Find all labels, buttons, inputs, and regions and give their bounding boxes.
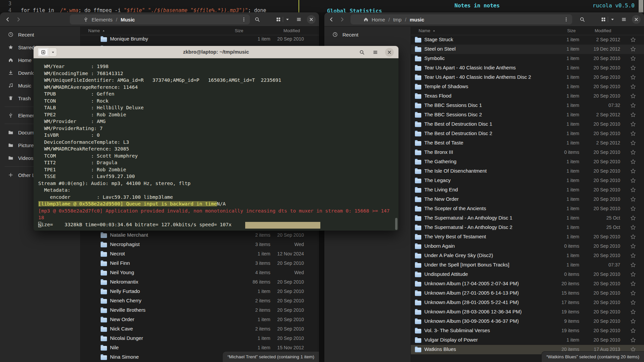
tui-scrollbar[interactable] [639,0,643,12]
star-icon[interactable] [630,37,636,43]
path-bar[interactable]: Home / tmp / music [351,14,572,24]
star-icon[interactable] [630,318,636,324]
table-row[interactable]: Necrot1 item12 Nov 2024 [80,249,319,259]
table-row[interactable]: The Best of Taste1 item2 Sep 2012 [411,138,644,148]
table-row[interactable]: The Gathering1 item20 Sep 2010 [411,157,644,167]
close-window-button[interactable] [307,15,316,24]
breadcrumb-current[interactable]: Music [121,17,135,22]
star-icon[interactable] [630,65,636,71]
column-size[interactable]: Size [567,28,576,33]
star-icon[interactable] [630,149,636,155]
menu-button[interactable] [619,15,629,24]
star-icon[interactable] [630,215,636,221]
star-icon[interactable] [630,159,636,165]
table-row[interactable]: Unknown Album (30-09-2005 4-36-37 PM)9 i… [411,317,644,326]
table-row[interactable]: Symbolic1 item20 Sep 2010 [411,54,644,63]
table-row[interactable]: Steel on Steel1 item19 Dec 2012 [411,45,644,54]
star-icon[interactable] [630,121,636,127]
view-toggle-button[interactable] [601,15,615,24]
terminal-scrollbar[interactable] [395,218,397,230]
back-button[interactable] [327,15,336,24]
star-icon[interactable] [630,337,636,343]
star-icon[interactable] [630,262,636,268]
table-row[interactable]: Undisputed Attitude0 items20 Sep 2010 [411,270,644,279]
table-row[interactable]: The Supernatural - An Anthology Disc 21 … [411,223,644,232]
star-icon[interactable] [630,206,636,212]
table-row[interactable]: Vulgar Display of Power1 item20 Sep 2010 [411,336,644,345]
view-toggle-button[interactable] [276,15,290,24]
table-row[interactable]: Nick Cave2 items20 Sep 2010 [80,324,319,334]
column-size[interactable]: Size [235,28,243,33]
column-name[interactable]: Name [419,28,436,33]
column-name[interactable]: Name [88,28,105,33]
star-icon[interactable] [630,309,636,315]
table-row[interactable]: Neville Brothers2 items20 Sep 2010 [80,306,319,315]
star-icon[interactable] [630,74,636,80]
table-row[interactable]: Unborn Again0 items20 Sep 2010 [411,242,644,251]
sidebar-item-recent[interactable]: Recent [2,28,78,41]
star-icon[interactable] [630,56,636,61]
star-icon[interactable] [630,300,636,305]
table-row[interactable]: Tear Us Apart - 40 Classic Indie Anthems… [411,63,644,73]
back-button[interactable] [3,15,12,24]
star-icon[interactable] [630,168,636,174]
path-menu-button[interactable] [240,15,248,23]
search-button[interactable] [578,15,587,24]
breadcrumb-tmp[interactable]: tmp [393,17,401,22]
breadcrumb-home[interactable]: Home [372,17,385,22]
table-row[interactable]: The Bronx III0 items20 Sep 2010 [411,148,644,157]
star-icon[interactable] [630,234,636,240]
menu-button[interactable] [294,15,304,24]
table-row[interactable]: Nicolai Dunger1 item20 Sep 2010 [80,334,319,343]
table-row[interactable]: Vol. 3- The Subliminal Verses19 items20 … [411,326,644,336]
star-icon[interactable] [630,196,636,202]
star-icon[interactable] [630,131,636,136]
table-row[interactable]: The Scepter of the Ancients1 item20 Sep … [411,204,644,214]
forward-button[interactable] [338,15,346,24]
table-row[interactable]: The BBC Sessions Disc 21 item2 Sep 2012 [411,110,644,120]
table-row[interactable]: Neneh Cherry2 items20 Sep 2010 [80,296,319,306]
table-row[interactable]: The Very Best of Testament1 item20 Sep 2… [411,232,644,242]
search-button[interactable] [253,15,262,24]
table-row[interactable]: Tear Us Apart - 40 Classic Indie Anthems… [411,73,644,82]
table-row[interactable]: Neil Finn3 items20 Sep 2010 [80,259,319,268]
star-icon[interactable] [630,178,636,183]
star-icon[interactable] [630,253,636,258]
star-icon[interactable] [630,272,636,277]
star-icon[interactable] [630,93,636,99]
table-row[interactable]: Necrophagist3 itemsWed [80,240,319,249]
star-icon[interactable] [630,140,636,146]
table-row[interactable]: Unknown Album (28-01-2005 5-22-41 PM)17 … [411,298,644,307]
star-icon[interactable] [630,328,636,334]
table-row[interactable]: New Order1 item20 Sep 2010 [80,315,319,324]
star-icon[interactable] [630,84,636,89]
table-row[interactable]: Neil Young4 itemsWed [80,268,319,278]
table-row[interactable]: Under the Spell [Import Bonus Tracks]1 i… [411,260,644,270]
path-bar[interactable]: Elements / Music [70,14,250,24]
table-row[interactable]: Natalie Merchant2 items20 Sep 2010 [80,231,319,240]
star-icon[interactable] [630,243,636,249]
star-icon[interactable] [630,281,636,287]
table-row[interactable]: Monique Brumby1 item20 Sep 2010 [80,35,319,44]
terminal-titlebar[interactable]: zkbro@laptop: ~/tmp/music [34,46,398,58]
table-row[interactable]: Stage Struck1 item2 Sep 2012 [411,35,644,45]
table-row[interactable]: The Supernatural - An Anthology Disc 11 … [411,214,644,223]
table-row[interactable]: The Legacy1 item20 Sep 2010 [411,176,644,185]
forward-button[interactable] [14,15,23,24]
path-menu-button[interactable] [562,15,570,23]
table-row[interactable]: Unknown Album (28-03-2006 12-36-34 PM)19… [411,307,644,317]
breadcrumb-device[interactable]: Elements [92,17,113,22]
star-icon[interactable] [630,46,636,52]
close-window-button[interactable] [632,15,641,24]
terminal-menu-button[interactable] [371,48,380,57]
table-row[interactable]: Unknown Album (17-04-2005 2-07-34 PM)20 … [411,279,644,289]
table-row[interactable]: Nelly Furtado1 item20 Sep 2010 [80,287,319,296]
breadcrumb-current[interactable]: music [410,17,424,22]
table-row[interactable]: The Best of Destruction Disc 21 item20 S… [411,129,644,138]
star-icon[interactable] [630,225,636,230]
star-icon[interactable] [630,290,636,296]
column-modified[interactable]: Modified [595,28,611,33]
table-row[interactable]: Texas Flood1 item20 Sep 2010 [411,92,644,101]
table-row[interactable]: The New Order1 item20 Sep 2010 [411,195,644,204]
column-modified[interactable]: Modified [283,28,300,33]
